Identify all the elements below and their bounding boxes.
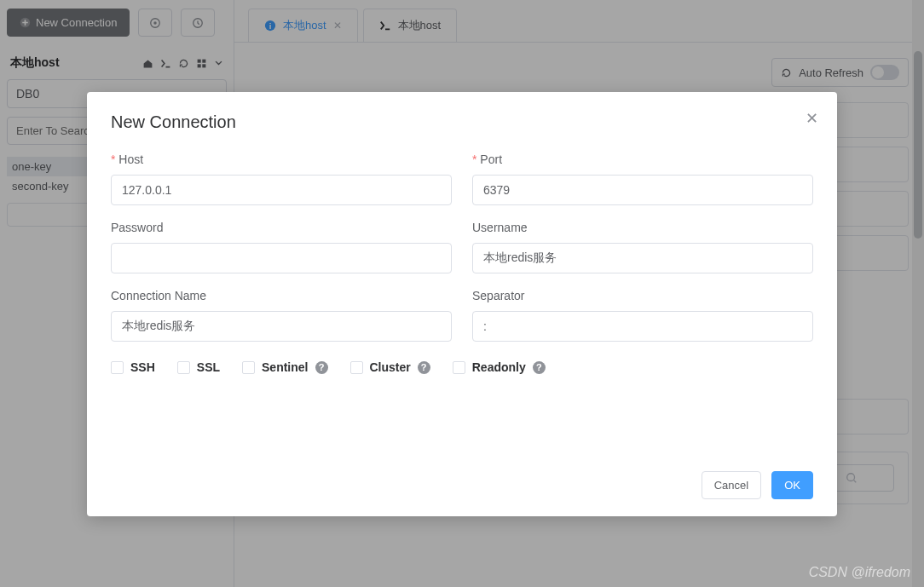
- ssl-checkbox[interactable]: SSL: [177, 360, 220, 374]
- host-field-group: Host: [111, 153, 452, 205]
- readonly-label: Readonly: [472, 360, 526, 374]
- checkbox-icon: [453, 361, 465, 374]
- checkbox-icon: [350, 361, 363, 374]
- connname-label: Connection Name: [111, 289, 452, 302]
- host-label: Host: [111, 153, 452, 166]
- checkbox-icon: [111, 361, 124, 374]
- username-input[interactable]: [472, 243, 813, 273]
- ok-label: OK: [784, 479, 800, 492]
- password-label: Password: [111, 221, 452, 234]
- checkbox-icon: [242, 361, 255, 374]
- checkbox-icon: [177, 361, 190, 374]
- help-icon[interactable]: ?: [533, 361, 546, 374]
- separator-input[interactable]: [472, 311, 813, 342]
- username-label: Username: [472, 221, 813, 234]
- cluster-label: Cluster: [370, 360, 411, 374]
- sentinel-checkbox[interactable]: Sentinel ?: [242, 360, 327, 374]
- close-icon[interactable]: ✕: [806, 109, 818, 128]
- connname-field-group: Connection Name: [111, 289, 452, 342]
- dialog-footer: Cancel OK: [702, 471, 813, 499]
- password-field-group: Password: [111, 221, 452, 273]
- port-label: Port: [472, 153, 813, 166]
- ssh-checkbox[interactable]: SSH: [111, 360, 155, 374]
- password-input[interactable]: [111, 243, 452, 273]
- dialog-title: New Connection: [111, 112, 813, 132]
- ssh-label: SSH: [130, 360, 155, 374]
- sentinel-label: Sentinel: [262, 360, 308, 374]
- modal-overlay: New Connection ✕ Host Port Password User…: [0, 0, 924, 587]
- cancel-button[interactable]: Cancel: [702, 471, 761, 499]
- separator-field-group: Separator: [472, 289, 813, 342]
- separator-label: Separator: [472, 289, 813, 302]
- connname-input[interactable]: [111, 311, 452, 342]
- help-icon[interactable]: ?: [315, 361, 328, 374]
- cluster-checkbox[interactable]: Cluster ?: [350, 360, 430, 374]
- ok-button[interactable]: OK: [771, 471, 813, 499]
- host-input[interactable]: [111, 175, 452, 205]
- port-input[interactable]: [472, 175, 813, 205]
- new-connection-dialog: New Connection ✕ Host Port Password User…: [87, 92, 837, 516]
- port-field-group: Port: [472, 153, 813, 205]
- cancel-label: Cancel: [714, 479, 748, 492]
- checkbox-row: SSH SSL Sentinel ? Cluster ? Readonly ?: [111, 360, 813, 374]
- ssl-label: SSL: [197, 360, 220, 374]
- form-grid: Host Port Password Username Connection N…: [111, 153, 813, 342]
- watermark: CSDN @ifredom: [809, 565, 910, 580]
- help-icon[interactable]: ?: [418, 361, 430, 374]
- username-field-group: Username: [472, 221, 813, 273]
- readonly-checkbox[interactable]: Readonly ?: [453, 360, 546, 374]
